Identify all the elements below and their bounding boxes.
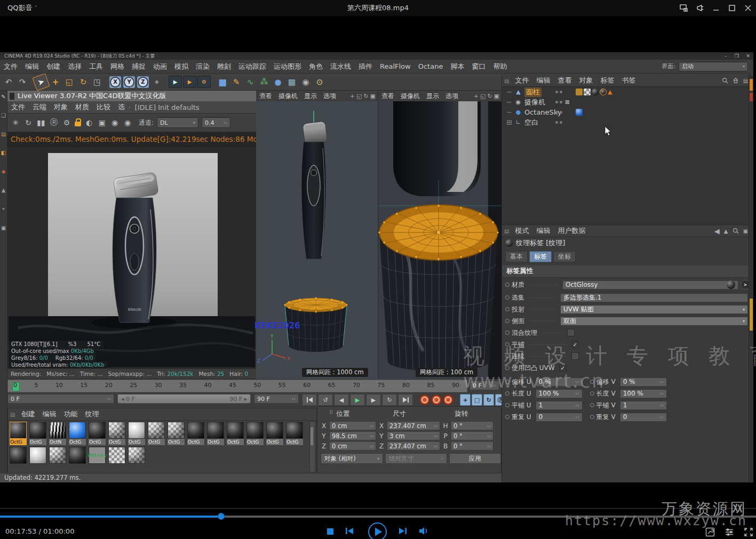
camera-active-icon[interactable]: ⊠ [565, 99, 569, 105]
render-settings-icon[interactable]: ⚙ [197, 76, 211, 88]
bend-deformer-icon[interactable]: ∿ [244, 76, 257, 89]
repeat-v-field[interactable]: 0‹› [620, 413, 667, 422]
current-frame-field[interactable]: 0 F‹› [469, 381, 499, 390]
menu-motion-tracker[interactable]: 运动跟踪 [235, 62, 270, 71]
zoom-view-icon[interactable]: ◱ [356, 93, 362, 100]
menu-mograph[interactable]: 运动图形 [270, 62, 305, 71]
frame-range-slider[interactable]: ◂ 0 F90 F ▸ [117, 394, 251, 404]
polygon-mode-icon[interactable]: ▲ [2, 187, 6, 193]
environment-tag-icon[interactable] [576, 109, 583, 116]
object-name[interactable]: 空白 [524, 118, 538, 127]
region-render-icon[interactable]: Ⓡ [49, 118, 59, 127]
projection-dropdown[interactable]: UVW 贴图▾ [560, 305, 748, 314]
axis-mode-icon[interactable]: ⌖ [2, 206, 5, 212]
anim-dot[interactable] [505, 380, 510, 384]
pan-view-icon[interactable]: + [350, 93, 355, 100]
menu-simulate[interactable]: 模拟 [171, 62, 192, 71]
attr-menu-userdata[interactable]: 用户数据 [554, 226, 589, 236]
tab-tag[interactable]: 标签 [529, 251, 552, 262]
playlist-settings-icon[interactable] [725, 527, 734, 537]
selection-field[interactable]: 多边形选集.1 [560, 293, 748, 302]
anim-dot[interactable] [505, 391, 510, 396]
panel-menu-icon[interactable]: ▤ [743, 78, 748, 84]
rotate-view-icon[interactable]: ↻ [487, 93, 492, 100]
up-icon[interactable]: ▲ [724, 228, 728, 234]
anim-dot[interactable] [505, 366, 510, 370]
material-swatch[interactable]: OctG [29, 422, 47, 445]
progress-thumb[interactable] [218, 513, 225, 520]
menu-window[interactable]: 窗口 [468, 62, 489, 71]
tile-checkbox[interactable]: ✓ [571, 341, 579, 348]
menu-pipeline[interactable]: 流水线 [327, 62, 355, 71]
menu-mesh[interactable]: 网格 [107, 62, 128, 71]
restart-render-icon[interactable]: ↻ [23, 118, 33, 127]
mat-menu-texture[interactable]: 纹理 [81, 409, 102, 419]
key-position-icon[interactable]: + [460, 394, 471, 406]
render-preview[interactable]: BRAUN GTX 1080[T][6.1] %3 51°C Out-of-co… [7, 147, 256, 368]
mini-mode-icon[interactable] [676, 2, 692, 14]
search-icon[interactable] [722, 77, 728, 84]
menu-animate[interactable]: 动画 [149, 62, 171, 71]
material-picker-icon[interactable]: ◉ [110, 118, 120, 127]
mat-menu-create[interactable]: 创建 [17, 409, 38, 419]
array-icon[interactable]: ▦ [285, 76, 298, 89]
material-swatch[interactable]: OctG [128, 422, 146, 445]
goto-end-icon[interactable] [398, 394, 413, 406]
material-swatch[interactable]: OctG [246, 422, 264, 445]
viewport-perspective-right[interactable]: 查看 摄像机 显示 选项 + ◱ ↻ ▣ 透视视图 [378, 91, 502, 379]
fullscreen-icon[interactable] [744, 527, 753, 537]
menu-create[interactable]: 创建 [43, 62, 64, 71]
anim-dot[interactable] [505, 319, 510, 323]
vp-menu-options[interactable]: 选项 [320, 92, 339, 101]
lock-resolution-icon[interactable] [75, 122, 81, 126]
material-swatch[interactable]: OctG [226, 422, 244, 445]
exposure-field[interactable]: 0.4‹› [202, 117, 230, 128]
rotate-view-icon[interactable]: ↻ [363, 93, 368, 100]
menu-render[interactable]: 渲染 [192, 62, 213, 71]
material-field[interactable]: OctGlossy [562, 280, 738, 289]
cube-primitive-icon[interactable]: ■ [216, 76, 229, 89]
material-swatch[interactable]: OctG [187, 422, 205, 445]
maximize-view-icon[interactable]: ▣ [370, 93, 376, 100]
point-mode-icon[interactable]: ◧ [1, 150, 6, 156]
object-row-cylinder[interactable]: − ▲ 圆柱 ▲ [502, 87, 752, 97]
object-picker-icon[interactable]: ◉ [123, 118, 132, 127]
seamless-checkbox[interactable] [571, 352, 579, 360]
om-menu-tags[interactable]: 标签 [596, 76, 618, 85]
search-icon[interactable] [733, 228, 739, 234]
material-swatch[interactable]: OctG [68, 422, 86, 445]
pos-y-field[interactable]: 98.5 cm‹› [329, 431, 376, 440]
om-menu-file[interactable]: 文件 [511, 76, 532, 85]
redo-icon[interactable]: ↷ [16, 76, 29, 89]
keyframe-selection-icon[interactable] [443, 395, 453, 405]
editor-visibility-toggle[interactable] [555, 121, 558, 124]
spline-pen-icon[interactable]: ✎ [230, 76, 243, 89]
pan-view-icon[interactable]: + [474, 93, 479, 100]
dock-tab-icon[interactable] [750, 79, 753, 91]
tab-coordinates[interactable]: 坐标 [553, 251, 576, 262]
material-swatch[interactable] [49, 447, 67, 464]
anim-dot[interactable] [590, 415, 594, 419]
vp-menu-view[interactable]: 查看 [378, 92, 397, 101]
material-swatch[interactable]: Wet+dry [88, 447, 106, 464]
c4d-minimize-icon[interactable]: – [725, 52, 727, 60]
menu-sculpt[interactable]: 雕刻 [213, 62, 235, 71]
offset-u-field[interactable]: 0 %‹› [536, 377, 583, 387]
viewport-canvas[interactable] [378, 101, 502, 379]
undo-icon[interactable]: ↶ [2, 76, 15, 89]
y-axis-lock-icon[interactable]: Y [123, 76, 135, 88]
model-mode-icon[interactable]: ❏ [1, 112, 6, 118]
previous-button[interactable] [345, 527, 354, 535]
om-menu-bookmarks[interactable]: 书签 [618, 76, 639, 85]
material-swatch[interactable]: OctG [147, 422, 165, 445]
vp-menu-display[interactable]: 显示 [423, 92, 442, 101]
menu-script[interactable]: 脚本 [447, 62, 468, 71]
camera-icon[interactable]: ◉ [299, 76, 312, 89]
dock-tab-icon[interactable] [750, 299, 753, 331]
lv-menu-objects[interactable]: 对象 [50, 102, 71, 112]
viewport-perspective-mid[interactable]: 查看 摄像机 显示 选项 + ◱ ↻ ▣ 透视视图 [256, 91, 378, 379]
mograph-cloner-icon[interactable]: ⁂ [258, 76, 270, 89]
bump-uvw-checkbox[interactable]: ✓ [559, 364, 567, 372]
object-name[interactable]: 摄像机 [524, 98, 545, 107]
clay-mode-icon[interactable]: ◐ [84, 118, 94, 127]
